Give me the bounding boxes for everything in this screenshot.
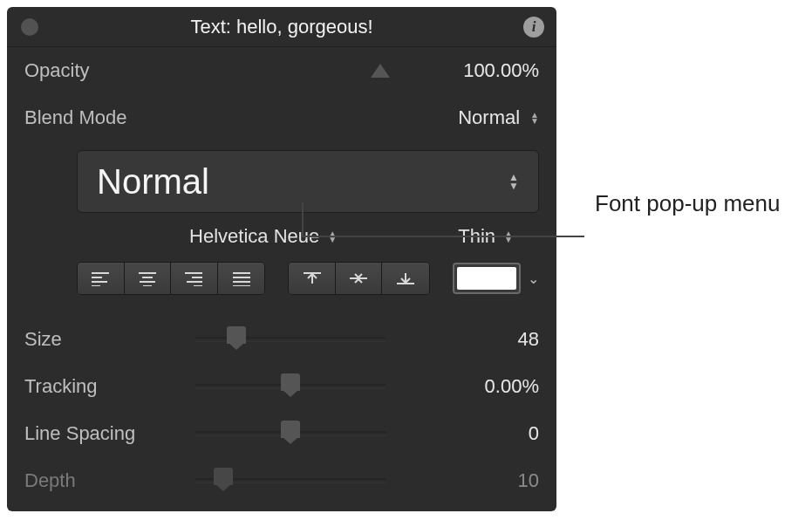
tracking-slider-thumb[interactable] (281, 373, 300, 391)
depth-row: Depth 10 (7, 457, 556, 504)
horizontal-align-group (77, 262, 265, 295)
valign-middle-button[interactable] (336, 263, 383, 294)
size-value[interactable]: 48 (417, 328, 539, 351)
size-row: Size 48 (7, 316, 556, 363)
align-justify-button[interactable] (218, 263, 265, 294)
text-color-well[interactable] (453, 263, 521, 294)
opacity-slider[interactable] (194, 62, 386, 79)
depth-value[interactable]: 10 (417, 469, 539, 492)
blend-mode-popup[interactable]: Normal ▲▼ (417, 106, 539, 129)
color-menu-chevron-icon[interactable]: ⌄ (528, 270, 539, 287)
callout-leader-line (302, 236, 584, 237)
panel-header: Text: hello, gorgeous! i (7, 7, 556, 47)
line-spacing-slider-thumb[interactable] (281, 421, 300, 438)
text-preset-popup[interactable]: Normal ▲▼ (77, 150, 539, 213)
header-keyframe-dot[interactable] (21, 18, 38, 36)
text-inspector-panel: Text: hello, gorgeous! i Opacity 100.00%… (7, 7, 556, 511)
valign-bottom-button[interactable] (382, 263, 429, 294)
tracking-value[interactable]: 0.00% (417, 375, 539, 398)
size-slider[interactable] (194, 337, 386, 342)
callout-label: Font pop-up menu (595, 190, 780, 217)
valign-top-button[interactable] (289, 263, 336, 294)
align-left-button[interactable] (78, 263, 125, 294)
stepper-icon: ▲▼ (508, 173, 519, 190)
depth-slider[interactable] (194, 478, 386, 483)
tracking-slider[interactable] (194, 384, 386, 389)
tracking-label: Tracking (24, 375, 164, 398)
depth-slider-thumb[interactable] (214, 468, 233, 485)
size-slider-thumb[interactable] (227, 326, 246, 344)
panel-title: Text: hello, gorgeous! (190, 16, 372, 38)
blend-mode-label: Blend Mode (24, 106, 164, 129)
info-icon[interactable]: i (523, 17, 544, 38)
preset-value: Normal (97, 162, 209, 202)
opacity-value[interactable]: 100.00% (417, 59, 539, 82)
align-center-button[interactable] (125, 263, 172, 294)
vertical-align-group (288, 262, 430, 295)
size-label: Size (24, 328, 164, 351)
line-spacing-value[interactable]: 0 (417, 422, 539, 445)
line-spacing-row: Line Spacing 0 (7, 410, 556, 457)
depth-label: Depth (24, 469, 164, 492)
opacity-row: Opacity 100.00% (7, 47, 556, 94)
line-spacing-slider[interactable] (194, 431, 386, 436)
callout-leader-line (302, 202, 304, 237)
opacity-slider-thumb[interactable] (371, 64, 390, 78)
color-swatch (457, 267, 516, 290)
line-spacing-label: Line Spacing (24, 422, 164, 445)
stepper-icon: ▲▼ (530, 112, 539, 124)
tracking-row: Tracking 0.00% (7, 363, 556, 410)
opacity-label: Opacity (24, 59, 164, 82)
blend-mode-row: Blend Mode Normal ▲▼ (7, 94, 556, 141)
align-right-button[interactable] (171, 263, 218, 294)
